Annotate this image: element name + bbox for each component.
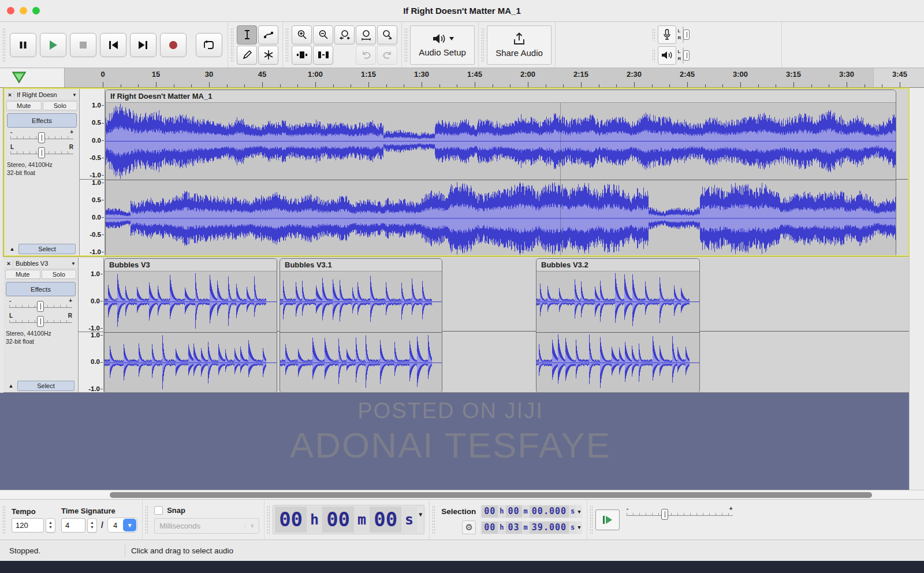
audio-clip[interactable]: Bubbles V3.2 bbox=[536, 258, 700, 392]
toolbar-grip[interactable] bbox=[230, 28, 234, 62]
tempo-stepper[interactable]: ▲▼ bbox=[46, 518, 55, 533]
multi-tool-button[interactable] bbox=[258, 46, 278, 65]
snap-checkbox[interactable] bbox=[154, 506, 163, 515]
select-track-button[interactable]: Select bbox=[18, 244, 76, 254]
effects-button[interactable]: Effects bbox=[6, 282, 76, 296]
tempo-input[interactable]: 120 bbox=[12, 518, 44, 533]
gain-slider[interactable]: - + bbox=[8, 299, 73, 312]
time-signature-upper-input[interactable]: 4 bbox=[61, 518, 85, 533]
timeline-ruler[interactable]: 01530451:001:151:301:452:002:152:302:453… bbox=[65, 68, 924, 87]
pan-slider-thumb[interactable] bbox=[38, 147, 45, 158]
clip-title[interactable]: If Right Doesn't Matter MA_1 bbox=[106, 90, 896, 103]
time-signature-stepper[interactable]: ▲▼ bbox=[87, 518, 97, 533]
recording-volume-slider[interactable] bbox=[683, 29, 690, 40]
audio-clip[interactable]: If Right Doesn't Matter MA_1 bbox=[105, 90, 896, 255]
playback-volume-slider[interactable] bbox=[683, 50, 690, 61]
track-menu-chevron-icon[interactable]: ▼ bbox=[72, 92, 78, 98]
toolbar-grip[interactable] bbox=[652, 28, 655, 41]
playback-speed-slider[interactable]: -+ bbox=[625, 507, 734, 524]
loop-button[interactable] bbox=[196, 33, 222, 57]
solo-button[interactable]: Solo bbox=[43, 101, 78, 110]
recording-level-meter[interactable] bbox=[683, 27, 684, 43]
share-audio-button[interactable]: Share Audio bbox=[487, 25, 552, 65]
toolbar-grip[interactable] bbox=[432, 505, 435, 534]
gain-slider-thumb[interactable] bbox=[38, 132, 45, 143]
collapse-track-icon[interactable]: ▲ bbox=[6, 246, 18, 252]
zoom-in-button[interactable] bbox=[292, 25, 312, 44]
vertical-scale[interactable]: 1.00.0-1.01.00.0-1.0 bbox=[79, 258, 104, 392]
collapse-track-icon[interactable]: ▲ bbox=[5, 383, 17, 389]
audio-position-display[interactable]: 00h00m00s▼ bbox=[273, 505, 424, 535]
zoom-out-button[interactable] bbox=[313, 25, 333, 44]
zoom-fit-button[interactable] bbox=[356, 25, 376, 44]
play-at-speed-button[interactable] bbox=[595, 509, 620, 530]
waveform-canvas[interactable] bbox=[536, 332, 699, 392]
selection-tool-button[interactable] bbox=[237, 25, 257, 44]
audio-setup-button[interactable]: Audio Setup bbox=[410, 25, 475, 65]
draw-tool-button[interactable] bbox=[237, 46, 257, 65]
pan-slider[interactable]: L R bbox=[8, 314, 73, 328]
record-meter-button[interactable] bbox=[658, 25, 676, 44]
horizontal-scrollbar[interactable] bbox=[0, 490, 924, 499]
skip-to-end-button[interactable] bbox=[130, 33, 157, 57]
waveform-canvas[interactable] bbox=[280, 332, 442, 392]
playback-meter-button[interactable] bbox=[658, 46, 676, 65]
select-track-button[interactable]: Select bbox=[17, 381, 74, 391]
play-button[interactable] bbox=[40, 33, 66, 57]
pause-button[interactable] bbox=[10, 33, 36, 57]
toolbar-grip[interactable] bbox=[652, 49, 655, 62]
gain-slider[interactable]: - + bbox=[9, 130, 74, 144]
zoom-toggle-button[interactable] bbox=[377, 25, 397, 44]
toolbar-grip[interactable] bbox=[2, 505, 6, 534]
toolbar-grip[interactable] bbox=[481, 28, 485, 62]
track-name[interactable]: If Right Doesn bbox=[16, 91, 71, 98]
waveform-canvas[interactable] bbox=[106, 103, 896, 180]
waveform-canvas[interactable] bbox=[105, 332, 277, 392]
zoom-selection-button[interactable] bbox=[334, 25, 355, 44]
toolbar-grip[interactable] bbox=[145, 505, 148, 534]
audio-clip[interactable]: Bubbles V3 bbox=[104, 258, 277, 392]
track-name[interactable]: Bubbles V3 bbox=[14, 260, 70, 267]
toolbar-grip[interactable] bbox=[590, 505, 593, 534]
chevron-down-icon[interactable]: ▼ bbox=[419, 511, 422, 518]
envelope-tool-button[interactable] bbox=[258, 25, 278, 44]
toolbar-grip[interactable] bbox=[404, 28, 408, 62]
mute-button[interactable]: Mute bbox=[5, 270, 40, 279]
silence-audio-button[interactable] bbox=[313, 46, 333, 65]
selection-start-display[interactable]: 00h00m00.000s▼ bbox=[480, 505, 582, 518]
stop-button[interactable] bbox=[70, 33, 96, 57]
selection-settings-button[interactable]: ⚙ bbox=[462, 520, 476, 534]
redo-button[interactable] bbox=[377, 46, 397, 65]
mute-button[interactable]: Mute bbox=[6, 101, 42, 110]
clip-title[interactable]: Bubbles V3.1 bbox=[280, 259, 442, 271]
pan-slider[interactable]: L R bbox=[9, 145, 74, 159]
vertical-scale[interactable]: 1.00.50.0-0.5-1.01.00.50.0-0.5-1.0 bbox=[80, 89, 105, 255]
selection-end-display[interactable]: 00h03m39.000s▼ bbox=[480, 521, 582, 534]
pan-slider-thumb[interactable] bbox=[37, 316, 44, 327]
track-clips-1[interactable]: Bubbles V3Bubbles V3.1Bubbles V3.2 bbox=[104, 258, 909, 392]
snap-mode-select[interactable]: Milliseconds ˅ bbox=[154, 518, 259, 534]
gain-slider-thumb[interactable] bbox=[37, 301, 44, 312]
undo-button[interactable] bbox=[356, 46, 376, 65]
skip-to-start-button[interactable] bbox=[100, 33, 126, 57]
time-signature-lower-select[interactable]: 4 ▼ bbox=[107, 518, 137, 533]
solo-button[interactable]: Solo bbox=[42, 270, 77, 279]
trim-audio-button[interactable] bbox=[292, 46, 312, 65]
toolbar-grip[interactable] bbox=[2, 28, 6, 62]
play-region-pin-icon[interactable] bbox=[12, 71, 27, 84]
clip-title[interactable]: Bubbles V3 bbox=[105, 259, 277, 271]
chevron-down-icon[interactable]: ▼ bbox=[578, 524, 580, 530]
audio-clip[interactable]: Bubbles V3.1 bbox=[280, 258, 442, 392]
chevron-down-icon[interactable]: ▼ bbox=[578, 509, 580, 515]
waveform-canvas[interactable] bbox=[536, 271, 699, 332]
waveform-canvas[interactable] bbox=[106, 180, 896, 255]
waveform-canvas[interactable] bbox=[280, 271, 442, 332]
waveform-canvas[interactable] bbox=[105, 271, 277, 332]
close-track-icon[interactable]: × bbox=[5, 259, 13, 268]
record-button[interactable] bbox=[160, 33, 187, 57]
toolbar-grip[interactable] bbox=[285, 28, 289, 62]
vertical-scrollbar[interactable] bbox=[909, 88, 924, 490]
clip-title[interactable]: Bubbles V3.2 bbox=[536, 259, 699, 271]
close-track-icon[interactable]: × bbox=[6, 91, 14, 99]
effects-button[interactable]: Effects bbox=[7, 113, 77, 128]
